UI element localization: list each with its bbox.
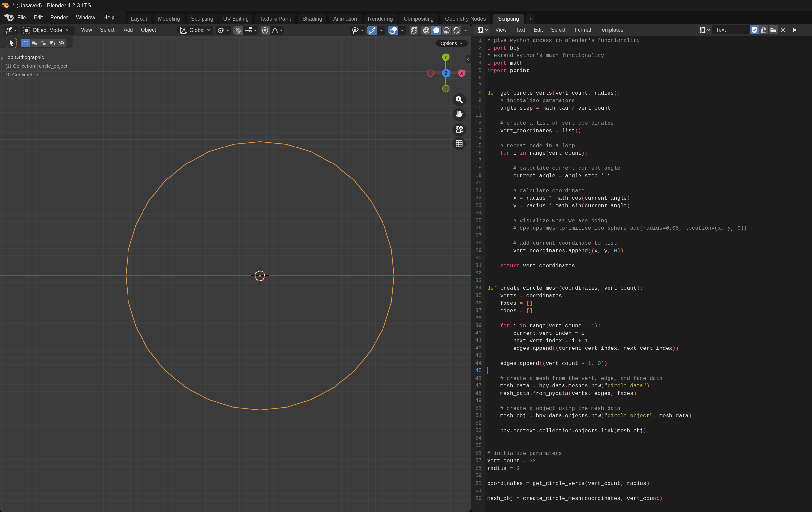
svg-text:X: X [461,71,463,76]
svg-text:Y: Y [444,55,447,60]
svg-text:Z: Z [445,71,448,76]
